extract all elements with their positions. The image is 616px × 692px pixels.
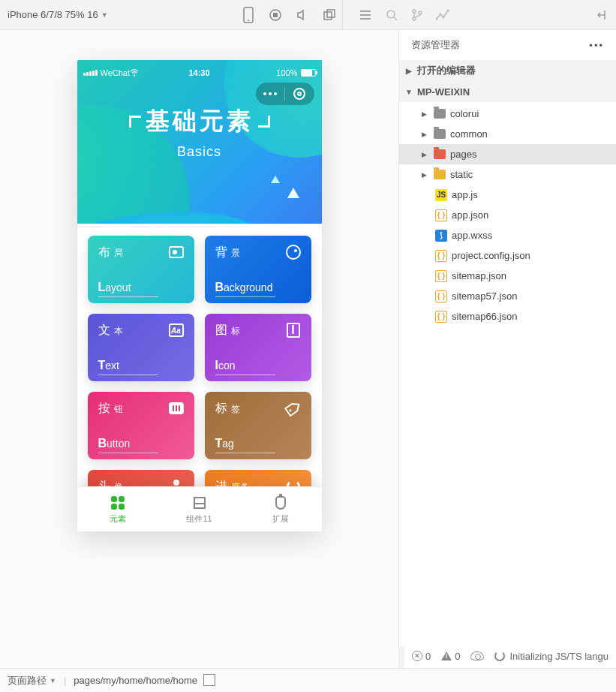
card-title-en: Button	[98, 437, 131, 450]
button-icon	[167, 399, 185, 417]
phone-statusbar: WeChat 14:30 100%	[83, 65, 316, 81]
triangle-icon	[287, 188, 299, 198]
svg-point-12	[419, 11, 422, 14]
simulator-panel: WeChat 14:30 100% 基础元	[0, 30, 399, 668]
card-title-en: Icon	[215, 359, 236, 372]
stop-record-icon[interactable]	[269, 8, 282, 22]
layout-icon	[167, 243, 185, 261]
folder-label: common	[450, 128, 488, 140]
svg-point-8	[360, 18, 362, 20]
file-label: app.js	[452, 189, 478, 200]
toolbar-separator	[342, 0, 343, 30]
eye-icon[interactable]	[470, 651, 484, 660]
error-count: 0	[425, 651, 431, 662]
file-project-config-json[interactable]: { }project.config.json	[399, 245, 616, 266]
copy-icon[interactable]	[205, 675, 215, 686]
file-label: sitemap.json	[452, 270, 506, 281]
folder-static[interactable]: ▶static	[399, 164, 616, 185]
tab-1[interactable]: 组件11	[158, 487, 240, 531]
file-sitemap66-json[interactable]: { }sitemap66.json	[399, 306, 616, 326]
file-icon: ⟆	[435, 230, 447, 242]
page-path-selector[interactable]: 页面路径 ▼	[8, 674, 56, 687]
file-label: sitemap57.json	[452, 290, 517, 302]
page-path-value: pages/my/home/home/home	[74, 675, 197, 686]
capsule-close-button[interactable]	[285, 88, 314, 100]
mute-icon[interactable]	[296, 8, 309, 22]
folder-pages[interactable]: ▶pages	[399, 144, 616, 164]
hero-title-cn: 基础元素	[146, 105, 254, 138]
svg-point-9	[387, 11, 395, 18]
folder-colorui[interactable]: ▶colorui	[399, 104, 616, 124]
corner-bracket-icon	[129, 116, 141, 128]
svg-rect-3	[273, 13, 278, 17]
card-title-en: Text	[98, 359, 119, 372]
card-button[interactable]: 按 钮Button	[88, 392, 194, 459]
section-open-editors[interactable]: ▶ 打开的编辑器	[399, 60, 616, 81]
device-selector[interactable]: iPhone 6/7/8 75% 16 ▼	[8, 9, 108, 20]
card-icon[interactable]: 图 标IIcon	[205, 314, 311, 381]
tab-label: 组件11	[186, 513, 212, 525]
init-label: Initializing JS/TS langu	[509, 651, 608, 662]
graph-icon[interactable]	[436, 8, 449, 22]
avatar-icon	[167, 477, 185, 486]
svg-point-15	[442, 16, 444, 18]
branch-icon[interactable]	[410, 8, 424, 22]
card-title-en: Background	[215, 281, 273, 294]
card-progress[interactable]: 进 度条Progress	[205, 470, 311, 486]
tab-icon	[272, 495, 289, 511]
collapse-panel-icon[interactable]	[595, 8, 608, 22]
chevron-right-icon: ▶	[422, 171, 429, 179]
text-icon: Aa	[167, 321, 185, 339]
explorer-panel: 资源管理器 ••• ▶ 打开的编辑器 ▼ MP-WEIXIN ▶colorui▶…	[399, 30, 616, 668]
section-label: 打开的编辑器	[417, 64, 476, 77]
phone-tabbar: 元素组件11扩展	[77, 486, 322, 531]
svg-point-6	[360, 11, 362, 12]
detach-window-icon[interactable]	[323, 8, 336, 22]
problems-errors[interactable]: ✕ 0	[412, 651, 431, 662]
capsule-menu-button[interactable]	[256, 92, 285, 95]
tab-0[interactable]: 元素	[77, 487, 159, 531]
phone-frame: WeChat 14:30 100% 基础元	[77, 60, 322, 531]
svg-point-1	[248, 20, 249, 21]
chevron-right-icon: ▶	[422, 131, 429, 138]
file-label: project.config.json	[452, 250, 530, 261]
folder-common[interactable]: ▶common	[399, 124, 616, 144]
hero-title-en: Basics	[77, 144, 322, 160]
folder-label: colorui	[450, 108, 479, 119]
chevron-down-icon: ▼	[50, 677, 56, 684]
card-avatar[interactable]: 头 像Avatar	[88, 470, 194, 486]
target-icon	[293, 88, 305, 100]
card-layout[interactable]: 布 局Layout	[88, 236, 194, 303]
card-tag[interactable]: 标 签Tag	[205, 392, 311, 459]
error-icon: ✕	[412, 651, 422, 661]
file-label: sitemap66.json	[452, 311, 517, 322]
problems-warnings[interactable]: 0	[441, 651, 460, 662]
card-text[interactable]: 文 本AaText	[88, 314, 194, 381]
explorer-title: 资源管理器	[411, 38, 460, 52]
card-title-en: Tag	[215, 437, 234, 450]
card-background[interactable]: 背 景Background	[205, 236, 311, 303]
search-icon[interactable]	[385, 8, 398, 22]
tab-label: 扩展	[272, 513, 289, 525]
file-app-json[interactable]: { }app.json	[399, 205, 616, 225]
explorer-title-row: 资源管理器 •••	[399, 30, 616, 60]
file-sitemap57-json[interactable]: { }sitemap57.json	[399, 286, 616, 306]
chevron-right-icon: ▶	[422, 110, 429, 118]
file-icon: { }	[435, 209, 447, 221]
palette-icon	[284, 243, 302, 261]
list-icon[interactable]	[359, 8, 373, 22]
chevron-right-icon: ▶	[405, 67, 413, 75]
file-app-wxss[interactable]: ⟆app.wxss	[399, 225, 616, 245]
file-app-js[interactable]: JSapp.js	[399, 185, 616, 205]
phone-outline-icon[interactable]	[242, 8, 255, 22]
folder-icon	[434, 109, 446, 119]
tab-2[interactable]: 扩展	[240, 487, 322, 531]
page-path-label: 页面路径	[8, 674, 47, 687]
file-sitemap-json[interactable]: { }sitemap.json	[399, 266, 616, 286]
more-actions-icon[interactable]: •••	[589, 40, 604, 51]
device-label: iPhone 6/7/8 75% 16	[8, 9, 98, 20]
folder-label: static	[450, 169, 473, 180]
miniprogram-capsule	[256, 83, 314, 105]
section-project[interactable]: ▼ MP-WEIXIN	[399, 81, 616, 102]
battery-icon	[301, 69, 316, 77]
